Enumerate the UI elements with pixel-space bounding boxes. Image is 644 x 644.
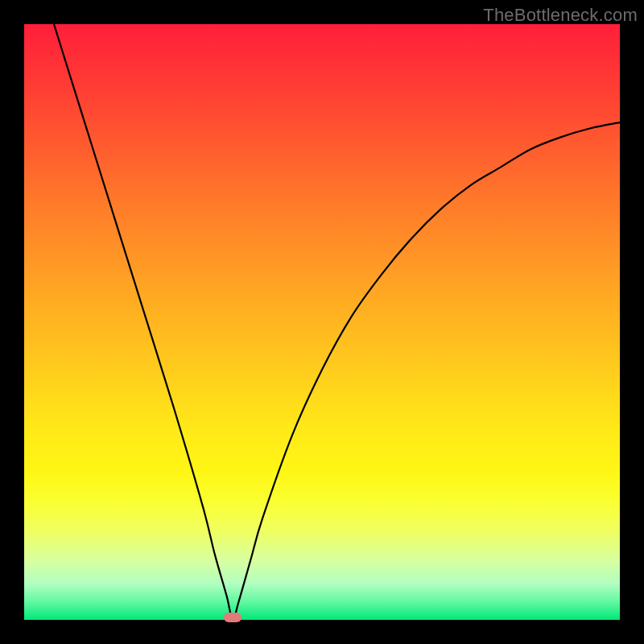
optimal-point-marker [224, 613, 242, 622]
watermark-text: TheBottleneck.com [483, 5, 638, 26]
chart-frame: TheBottleneck.com [0, 0, 644, 644]
bottleneck-curve [54, 24, 620, 620]
chart-svg [24, 24, 620, 620]
